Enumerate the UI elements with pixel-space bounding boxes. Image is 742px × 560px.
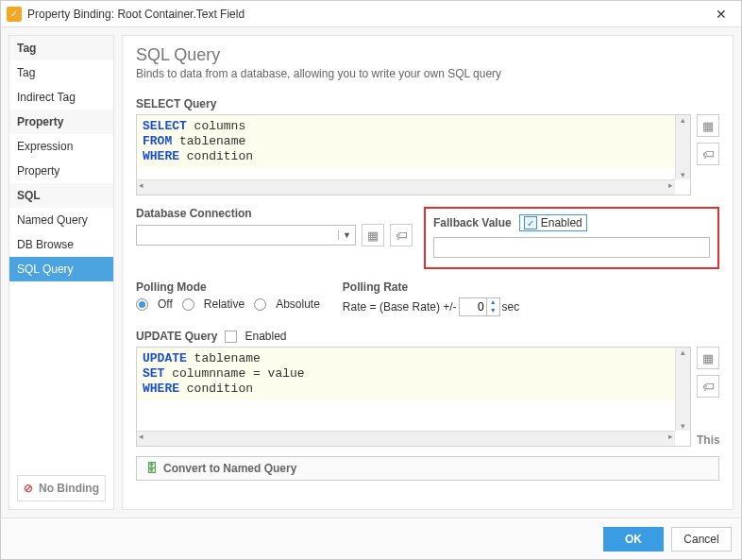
radio-off[interactable] bbox=[136, 298, 148, 311]
dropdown-arrow-icon[interactable]: ▼ bbox=[338, 230, 355, 240]
sidebar-item-expression[interactable]: Expression bbox=[9, 134, 113, 159]
radio-relative-label: Relative bbox=[204, 297, 245, 311]
fallback-box: Fallback Value ✓ Enabled bbox=[424, 207, 719, 269]
polling-rate-label: Polling Rate bbox=[343, 280, 519, 294]
page-desc: Binds to data from a database, allowing … bbox=[136, 67, 719, 80]
fallback-label: Fallback Value bbox=[433, 216, 512, 229]
spinner-arrows[interactable]: ▲▼ bbox=[486, 298, 499, 315]
titlebar: ✓ Property Binding: Root Container.Text … bbox=[1, 1, 741, 27]
select-side-icons: ▦ 🏷 bbox=[697, 114, 719, 195]
radio-relative[interactable] bbox=[182, 298, 194, 311]
no-binding-icon: ⊘ bbox=[24, 482, 33, 495]
select-scroll-h[interactable] bbox=[137, 179, 675, 195]
update-tag-icon[interactable]: 🏷 bbox=[697, 375, 719, 398]
select-query-block: SELECT columns FROM tablename WHERE cond… bbox=[136, 114, 719, 195]
update-scroll-h[interactable] bbox=[137, 431, 675, 446]
update-query-label: UPDATE Query bbox=[136, 330, 217, 343]
update-prop-icon[interactable]: ▦ bbox=[697, 347, 719, 369]
fallback-checkbox[interactable]: ✓ bbox=[524, 216, 537, 229]
sidebar-cat-tag: Tag bbox=[9, 36, 113, 60]
rate-prefix: Rate = (Base Rate) +/- bbox=[343, 300, 457, 314]
sidebar-item-db-browse[interactable]: DB Browse bbox=[9, 232, 113, 257]
close-icon[interactable]: ✕ bbox=[707, 7, 735, 22]
update-side-icons: ▦ 🏷 This bbox=[697, 347, 719, 447]
update-scroll-v[interactable] bbox=[675, 348, 690, 431]
select-query-label: SELECT Query bbox=[136, 97, 719, 110]
sidebar-item-tag[interactable]: Tag bbox=[9, 60, 113, 85]
convert-label: Convert to Named Query bbox=[163, 462, 296, 475]
db-conn-controls: ▼ ▦ 🏷 bbox=[136, 224, 413, 246]
update-head: UPDATE Query Enabled bbox=[136, 330, 719, 343]
sidebar-cat-property: Property bbox=[9, 110, 113, 134]
insert-property-icon[interactable]: ▦ bbox=[697, 114, 719, 137]
polling-row: Polling Mode Off Relative Absolute Polli… bbox=[136, 280, 719, 316]
polling-mode-col: Polling Mode Off Relative Absolute bbox=[136, 280, 320, 311]
dialog-window: ✓ Property Binding: Root Container.Text … bbox=[0, 0, 742, 560]
sidebar: Tag Tag Indirect Tag Property Expression… bbox=[8, 35, 114, 510]
sidebar-item-sql-query[interactable]: SQL Query bbox=[9, 257, 113, 281]
select-scroll-v[interactable] bbox=[675, 115, 690, 179]
sidebar-item-indirect-tag[interactable]: Indirect Tag bbox=[9, 85, 113, 110]
polling-rate-col: Polling Rate Rate = (Base Rate) +/- ▲▼ s… bbox=[343, 280, 519, 316]
sidebar-spacer bbox=[9, 281, 113, 467]
dialog-body: Tag Tag Indirect Tag Property Expression… bbox=[1, 27, 741, 518]
sidebar-cat-sql: SQL bbox=[9, 183, 113, 208]
fallback-enabled-wrap[interactable]: ✓ Enabled bbox=[519, 214, 587, 231]
database-icon: 🗄 bbox=[146, 462, 158, 475]
update-query-editor[interactable]: UPDATE tablename SET columnname = value … bbox=[136, 347, 691, 447]
rate-unit: sec bbox=[502, 300, 520, 314]
ok-button[interactable]: OK bbox=[603, 527, 664, 552]
db-fallback-row: Database Connection ▼ ▦ 🏷 Fallback Value bbox=[136, 207, 719, 269]
main-panel: SQL Query Binds to data from a database,… bbox=[122, 35, 734, 510]
update-query-block: UPDATE tablename SET columnname = value … bbox=[136, 347, 719, 447]
app-icon: ✓ bbox=[7, 7, 22, 22]
no-binding-button[interactable]: ⊘ No Binding bbox=[17, 475, 106, 501]
select-code[interactable]: SELECT columns FROM tablename WHERE cond… bbox=[137, 115, 690, 168]
radio-absolute-label: Absolute bbox=[276, 297, 320, 311]
fallback-enabled-label: Enabled bbox=[541, 216, 582, 229]
update-enabled-checkbox[interactable] bbox=[225, 331, 237, 343]
fallback-head: Fallback Value ✓ Enabled bbox=[433, 214, 710, 231]
radio-off-label: Off bbox=[158, 297, 173, 311]
radio-absolute[interactable] bbox=[254, 298, 266, 311]
footer: OK Cancel bbox=[1, 518, 741, 559]
select-query-editor[interactable]: SELECT columns FROM tablename WHERE cond… bbox=[136, 114, 691, 195]
sidebar-item-property[interactable]: Property bbox=[9, 159, 113, 183]
polling-rate-line: Rate = (Base Rate) +/- ▲▼ sec bbox=[343, 297, 519, 316]
cancel-button[interactable]: Cancel bbox=[671, 527, 732, 552]
rate-input[interactable] bbox=[460, 298, 486, 315]
polling-mode-label: Polling Mode bbox=[136, 280, 320, 294]
db-conn-label: Database Connection bbox=[136, 207, 413, 220]
db-tag-icon[interactable]: 🏷 bbox=[390, 224, 413, 246]
rate-spinner[interactable]: ▲▼ bbox=[459, 297, 500, 316]
fallback-input[interactable] bbox=[433, 237, 710, 258]
convert-to-named-query-button[interactable]: 🗄 Convert to Named Query bbox=[136, 456, 719, 481]
update-enabled-label: Enabled bbox=[245, 330, 286, 343]
update-code[interactable]: UPDATE tablename SET columnname = value … bbox=[137, 348, 690, 400]
insert-tag-icon[interactable]: 🏷 bbox=[697, 143, 719, 165]
db-prop-icon[interactable]: ▦ bbox=[362, 224, 384, 246]
db-conn-select[interactable]: ▼ bbox=[136, 225, 356, 246]
no-binding-label: No Binding bbox=[39, 482, 99, 495]
this-label[interactable]: This bbox=[697, 433, 719, 447]
polling-mode-radios: Off Relative Absolute bbox=[136, 297, 320, 311]
page-title: SQL Query bbox=[136, 45, 719, 65]
sidebar-item-named-query[interactable]: Named Query bbox=[9, 208, 113, 232]
window-title: Property Binding: Root Container.Text Fi… bbox=[27, 8, 707, 21]
db-conn-col: Database Connection ▼ ▦ 🏷 bbox=[136, 207, 413, 269]
